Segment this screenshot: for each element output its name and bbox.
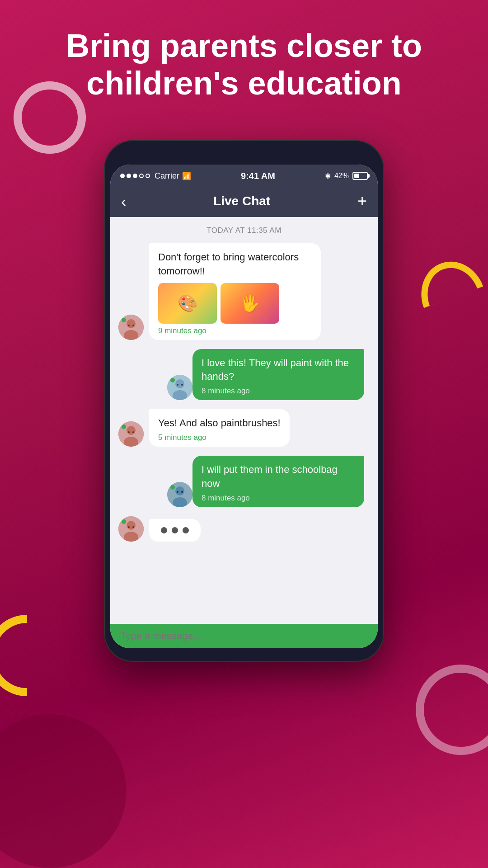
message-text-3: Yes! And also paintbrushes! xyxy=(158,416,281,430)
avatar-parent-2 xyxy=(167,482,192,507)
avatar-image-parent-1 xyxy=(167,375,192,400)
headline: Bring parents closer to children's educa… xyxy=(0,27,488,102)
teacher2-avatar-svg xyxy=(118,421,144,447)
phone-notch xyxy=(203,149,285,162)
svg-point-10 xyxy=(181,384,183,386)
signal-dot-3 xyxy=(133,174,137,178)
typing-dot-3 xyxy=(183,527,189,533)
typing-indicator xyxy=(149,519,201,542)
svg-point-23 xyxy=(170,485,175,490)
svg-point-7 xyxy=(175,379,184,388)
signal-dot-4 xyxy=(139,174,144,178)
status-right: ✱ 42% xyxy=(325,172,368,180)
bubble-4: I will put them in the schoolbag now 8 m… xyxy=(192,456,364,507)
battery-icon xyxy=(352,172,368,180)
phone-mockup: Carrier 📶 9:41 AM ✱ 42% ‹ Live Ch xyxy=(104,140,384,662)
message-input[interactable] xyxy=(120,630,368,642)
bubble-3: Yes! And also paintbrushes! 5 minutes ag… xyxy=(149,409,290,447)
nav-bar: ‹ Live Chat + xyxy=(110,186,378,217)
status-left: Carrier 📶 xyxy=(120,171,191,181)
svg-point-9 xyxy=(177,384,178,386)
battery-fill xyxy=(354,174,359,178)
message-image-1b[interactable] xyxy=(221,283,279,324)
date-separator: TODAY AT 11:35 AM xyxy=(118,226,370,235)
svg-point-25 xyxy=(127,521,136,530)
parent1-avatar-svg xyxy=(167,375,192,400)
message-text-1: Don't forget to bring watercolors tomorr… xyxy=(158,250,312,278)
teacher3-avatar-svg xyxy=(118,516,144,542)
avatar-teacher-2 xyxy=(118,421,144,447)
message-time-3: 5 minutes ago xyxy=(158,433,281,442)
headline-line1: Bring parents closer to xyxy=(66,28,422,64)
bubble-2: I love this! They will paint with the ha… xyxy=(192,349,364,401)
avatar-image-parent-2 xyxy=(167,482,192,507)
svg-point-16 xyxy=(132,431,134,433)
avatar-image-teacher-2 xyxy=(118,421,144,447)
battery-indicator xyxy=(352,172,368,180)
status-time: 9:41 AM xyxy=(241,171,275,181)
add-button[interactable]: + xyxy=(357,192,367,211)
message-row-typing xyxy=(118,516,370,542)
wifi-icon: 📶 xyxy=(182,172,191,180)
svg-point-21 xyxy=(177,491,178,493)
avatar-teacher-1 xyxy=(118,315,144,340)
message-images-1 xyxy=(158,283,312,324)
signal-dot-2 xyxy=(127,174,131,178)
headline-line2: children's education xyxy=(86,65,401,101)
carrier-label: Carrier xyxy=(155,171,179,181)
phone-outer: Carrier 📶 9:41 AM ✱ 42% ‹ Live Ch xyxy=(104,140,384,662)
avatar-image-teacher-1 xyxy=(118,315,144,340)
avatar-teacher-3 xyxy=(118,516,144,542)
message-row-4: I will put them in the schoolbag now 8 m… xyxy=(118,456,370,507)
battery-percent: 42% xyxy=(334,172,349,180)
typing-dot-2 xyxy=(172,527,178,533)
phone-screen: Carrier 📶 9:41 AM ✱ 42% ‹ Live Ch xyxy=(110,165,378,648)
svg-point-13 xyxy=(127,426,136,435)
message-image-1a[interactable] xyxy=(158,283,217,324)
typing-dot-1 xyxy=(161,527,167,533)
message-row-1: Don't forget to bring watercolors tomorr… xyxy=(118,243,370,340)
signal-dot-5 xyxy=(145,174,150,178)
status-bar: Carrier 📶 9:41 AM ✱ 42% xyxy=(110,165,378,186)
message-row-2: I love this! They will paint with the ha… xyxy=(118,349,370,401)
svg-point-15 xyxy=(128,431,130,433)
nav-title: Live Chat xyxy=(213,194,270,208)
svg-point-1 xyxy=(127,319,136,328)
message-time-2: 8 minutes ago xyxy=(202,387,355,396)
svg-point-29 xyxy=(122,519,126,524)
chat-area: TODAY AT 11:35 AM xyxy=(110,217,378,624)
svg-point-22 xyxy=(181,491,183,493)
bubble-1: Don't forget to bring watercolors tomorr… xyxy=(149,243,321,340)
message-text-2: I love this! They will paint with the ha… xyxy=(202,356,355,384)
svg-point-27 xyxy=(128,526,130,528)
message-time-1: 9 minutes ago xyxy=(158,326,312,335)
signal-strength xyxy=(120,174,150,178)
avatar-parent-1 xyxy=(167,375,192,400)
bluetooth-icon: ✱ xyxy=(325,172,331,180)
svg-point-4 xyxy=(132,325,134,326)
message-row-3: Yes! And also paintbrushes! 5 minutes ag… xyxy=(118,409,370,447)
svg-point-17 xyxy=(122,425,126,429)
svg-point-11 xyxy=(170,378,175,382)
svg-point-19 xyxy=(175,486,184,495)
parent2-avatar-svg xyxy=(167,482,192,507)
svg-point-3 xyxy=(128,325,130,326)
svg-point-5 xyxy=(122,318,126,322)
message-text-4: I will put them in the schoolbag now xyxy=(202,463,355,491)
message-time-4: 8 minutes ago xyxy=(202,494,355,503)
svg-point-28 xyxy=(132,526,134,528)
avatar-image-teacher-3 xyxy=(118,516,144,542)
back-button[interactable]: ‹ xyxy=(121,193,126,210)
signal-dot-1 xyxy=(120,174,125,178)
teacher-avatar-svg xyxy=(118,315,144,340)
message-input-bar xyxy=(110,624,378,648)
